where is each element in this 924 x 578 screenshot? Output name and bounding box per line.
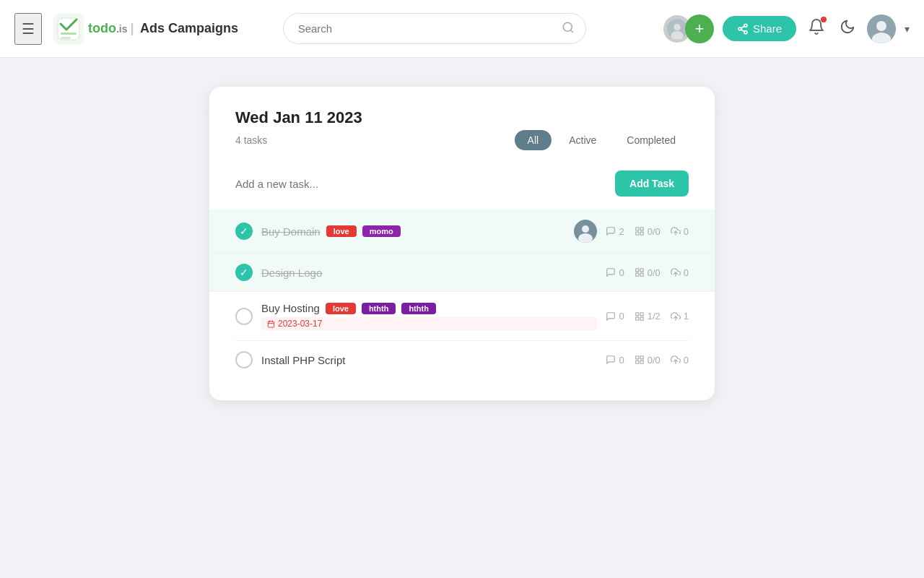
svg-rect-36: [640, 317, 643, 320]
card-date: Wed Jan 11 2023: [235, 108, 689, 127]
svg-line-5: [570, 30, 572, 32]
svg-line-12: [741, 30, 745, 32]
add-task-button[interactable]: Add Task: [615, 171, 689, 197]
task-check-2[interactable]: ✓: [235, 264, 253, 281]
stat-uploads-3: 1: [671, 311, 689, 322]
table-row: Buy Hosting love hthth hthth 2023-03-17 …: [235, 292, 689, 341]
svg-rect-30: [268, 321, 274, 327]
task-title-2: Design Logo: [261, 267, 322, 279]
logo-area: todo.is| Ads Campaigns: [53, 14, 238, 44]
avatar-group: +: [663, 14, 714, 43]
task-check-4[interactable]: [235, 351, 253, 368]
comment-icon: [606, 355, 616, 365]
task-content-1: Buy Domain love momo: [261, 225, 565, 238]
filter-tab-active[interactable]: Active: [556, 130, 609, 150]
calendar-icon: [267, 320, 275, 328]
svg-rect-27: [640, 273, 643, 276]
stat-uploads-1: 0: [671, 226, 689, 237]
task-avatar-1: [574, 220, 597, 243]
logo-separator: |: [131, 21, 134, 35]
svg-rect-22: [640, 232, 643, 235]
tag-love-1: love: [326, 225, 357, 237]
search-input[interactable]: [283, 13, 586, 44]
filter-tab-completed[interactable]: Completed: [614, 130, 689, 150]
add-task-input[interactable]: [235, 178, 615, 190]
comment-icon: [606, 226, 616, 236]
user-dropdown-button[interactable]: ▾: [905, 23, 910, 35]
user-avatar[interactable]: [867, 14, 896, 43]
upload-icon: [671, 267, 681, 277]
subtask-icon: [635, 355, 645, 365]
task-title-row-3: Buy Hosting love hthth hthth: [261, 302, 597, 314]
menu-button[interactable]: ☰: [14, 13, 42, 45]
search-icon: [562, 21, 575, 37]
share-icon: [737, 23, 749, 35]
search-bar: [283, 13, 586, 44]
subtask-icon: [635, 311, 645, 322]
task-content-3: Buy Hosting love hthth hthth 2023-03-17: [261, 302, 597, 330]
card-header: Wed Jan 11 2023 4 tasks All Active Compl…: [235, 108, 689, 150]
stat-subtasks-3: 1/2: [635, 311, 661, 322]
stat-uploads-4: 0: [671, 355, 689, 366]
task-title-1: Buy Domain: [261, 225, 321, 238]
task-title-row-4: Install PHP Script: [261, 354, 597, 366]
tag-hthth-3b: hthth: [401, 303, 435, 314]
svg-rect-21: [640, 228, 643, 230]
notification-button[interactable]: [805, 15, 828, 43]
dark-mode-button[interactable]: [837, 16, 858, 41]
tag-love-3: love: [326, 303, 356, 314]
svg-line-13: [741, 26, 745, 28]
filter-tabs: All Active Completed: [515, 130, 689, 150]
task-title-row-2: Design Logo: [261, 267, 597, 279]
hamburger-icon: ☰: [22, 21, 35, 37]
svg-rect-37: [635, 317, 638, 320]
svg-rect-25: [635, 269, 638, 272]
subtask-icon: [635, 226, 645, 236]
tag-momo-1: momo: [362, 225, 401, 237]
svg-rect-26: [640, 269, 643, 272]
task-title-row-1: Buy Domain love momo: [261, 225, 565, 238]
task-check-1[interactable]: ✓: [235, 223, 253, 240]
logo-todo: todo: [88, 21, 116, 35]
logo-icon: [53, 14, 84, 44]
card-meta-row: 4 tasks All Active Completed: [235, 130, 689, 150]
task-stats-1: 2 0/0 0: [606, 226, 689, 237]
task-date-badge-3: 2023-03-17: [261, 317, 597, 330]
task-stats-2: 0 0/0 0: [606, 267, 689, 278]
svg-rect-42: [635, 361, 638, 363]
logo-is: .is: [116, 23, 128, 35]
upload-icon: [671, 226, 681, 236]
svg-point-18: [582, 225, 589, 233]
svg-rect-35: [640, 312, 643, 315]
svg-rect-3: [61, 37, 71, 39]
logo-text: todo.is| Ads Campaigns: [88, 21, 238, 36]
subtask-icon: [635, 267, 645, 277]
task-title-4: Install PHP Script: [261, 354, 345, 366]
logo-project: Ads Campaigns: [140, 21, 238, 35]
upload-icon: [671, 355, 681, 365]
stat-comments-4: 0: [606, 355, 624, 366]
main-content: Wed Jan 11 2023 4 tasks All Active Compl…: [0, 58, 924, 429]
table-row: ✓ Design Logo 0 0/0: [209, 254, 715, 292]
share-button[interactable]: Share: [723, 16, 796, 41]
task-content-4: Install PHP Script: [261, 354, 597, 366]
task-check-3[interactable]: [235, 308, 253, 325]
share-label: Share: [753, 22, 782, 35]
header-right: + Share: [663, 14, 910, 43]
filter-tab-all[interactable]: All: [515, 130, 552, 150]
task-stats-4: 0 0/0 0: [606, 355, 689, 366]
svg-point-15: [876, 21, 886, 31]
svg-rect-39: [635, 356, 638, 359]
svg-rect-20: [635, 228, 638, 230]
svg-rect-2: [61, 33, 77, 35]
task-stats-3: 0 1/2 1: [606, 311, 689, 322]
add-task-row: Add Task: [235, 165, 689, 202]
notification-badge: [821, 17, 827, 22]
stat-uploads-2: 0: [671, 267, 689, 278]
stat-comments-2: 0: [606, 267, 624, 278]
comment-icon: [606, 311, 616, 322]
stat-comments-1: 2: [606, 226, 624, 237]
tag-hthth-3a: hthth: [362, 303, 396, 314]
task-list: ✓ Buy Domain love momo: [235, 210, 689, 379]
add-user-button[interactable]: +: [685, 14, 714, 43]
